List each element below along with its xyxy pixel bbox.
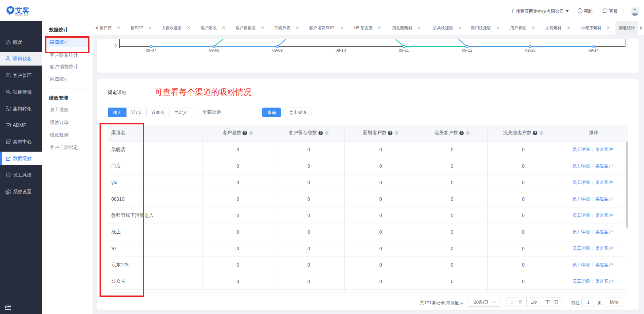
svg-text:aiagain.com: aiagain.com: [15, 14, 29, 16]
svg-text:艾客: 艾客: [15, 6, 30, 14]
